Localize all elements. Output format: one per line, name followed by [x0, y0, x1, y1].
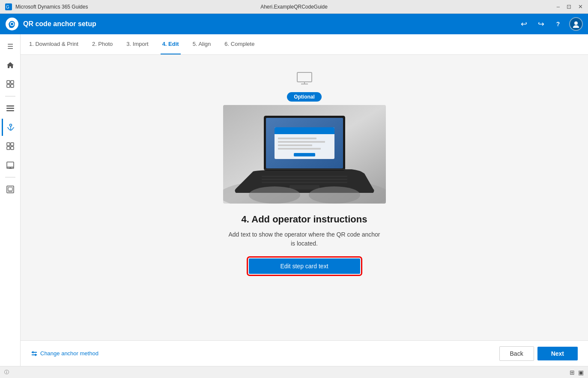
app-header-left: QR code anchor setup [5, 17, 96, 31]
step-5[interactable]: 5. Align [191, 34, 213, 54]
step-2[interactable]: 2. Photo [90, 34, 114, 54]
svg-rect-29 [297, 72, 312, 82]
sidebar-item-media[interactable] [2, 156, 19, 174]
change-anchor-label: Change anchor method [40, 350, 98, 357]
svg-rect-45 [278, 148, 321, 150]
help-icon: ? [556, 21, 560, 27]
svg-rect-35 [262, 179, 347, 180]
close-button[interactable]: ✕ [578, 4, 583, 9]
svg-text:G: G [6, 5, 9, 9]
sidebar-item-grid[interactable] [2, 138, 19, 155]
title-bar-app-name: Microsoft Dynamics 365 Guides [15, 4, 88, 10]
svg-rect-9 [7, 84, 10, 87]
sidebar-item-outline[interactable] [2, 75, 19, 93]
monitor-icon-wrap [297, 72, 312, 89]
step-4[interactable]: 4. Edit [161, 34, 181, 54]
svg-rect-8 [11, 81, 14, 84]
sidebar-item-menu[interactable]: ☰ [2, 38, 19, 55]
svg-rect-44 [278, 144, 312, 146]
sidebar-item-home[interactable] [2, 57, 19, 74]
step-3[interactable]: 3. Import [125, 34, 150, 54]
svg-point-48 [309, 186, 360, 204]
laptop-image [223, 105, 386, 204]
minimize-button[interactable]: – [557, 4, 560, 9]
svg-rect-7 [7, 81, 10, 84]
svg-rect-12 [6, 108, 14, 109]
info-icon[interactable]: ⓘ [4, 369, 9, 375]
step-1[interactable]: 1. Download & Print [27, 34, 80, 54]
sidebar-item-list[interactable] [2, 100, 19, 117]
svg-rect-21 [11, 147, 14, 150]
laptop-svg [223, 105, 386, 204]
app-title: QR code anchor setup [23, 20, 96, 28]
title-bar-left: G Microsoft Dynamics 365 Guides [5, 3, 88, 10]
svg-point-5 [574, 21, 578, 25]
sidebar-item-library[interactable] [2, 181, 19, 198]
status-bar-left: ⓘ [4, 369, 9, 375]
home-icon [6, 61, 14, 69]
svg-rect-46 [294, 153, 315, 156]
optional-badge: Optional [287, 92, 322, 102]
media-icon [6, 161, 14, 169]
svg-rect-27 [8, 187, 12, 191]
main-content: Optional [21, 55, 588, 340]
next-button[interactable]: Next [537, 347, 578, 360]
monitor-icon [297, 72, 312, 86]
grid-icon [6, 142, 14, 150]
sidebar-divider-2 [5, 177, 15, 177]
status-bar-right: ⊞ ▣ [570, 369, 584, 376]
svg-point-14 [10, 124, 12, 126]
anchor-icon [7, 123, 15, 131]
help-button[interactable]: ? [552, 18, 564, 30]
footer-nav: Back Next [499, 346, 578, 361]
edit-step-card-button[interactable]: Edit step card text [249, 258, 360, 274]
list-view-icon[interactable]: ▣ [578, 369, 584, 376]
svg-rect-41 [275, 131, 334, 134]
step-description: Add text to show the operator where the … [227, 230, 382, 248]
title-bar-document-name: Aheri.ExampleQRCodeGuide [260, 4, 328, 10]
step-title: 4. Add operator instructions [242, 214, 367, 225]
restore-button[interactable]: ⊡ [567, 4, 571, 9]
svg-rect-13 [6, 110, 14, 111]
change-anchor-icon [31, 351, 38, 357]
svg-rect-10 [11, 84, 14, 87]
title-bar: G Microsoft Dynamics 365 Guides Aheri.Ex… [0, 0, 588, 14]
list-icon [6, 105, 14, 111]
svg-rect-36 [262, 182, 347, 183]
app-header-right: ↩ ↩ ? [518, 17, 583, 31]
menu-icon: ☰ [7, 42, 13, 51]
library-icon [6, 186, 14, 193]
svg-rect-34 [262, 176, 347, 177]
svg-rect-42 [278, 138, 316, 139]
content-area: 1. Download & Print 2. Photo 3. Import 4… [21, 34, 588, 366]
change-anchor-method-button[interactable]: Change anchor method [31, 350, 98, 357]
redo-button[interactable]: ↩ [535, 18, 547, 30]
status-bar: ⓘ ⊞ ▣ [0, 366, 588, 378]
svg-rect-37 [290, 185, 319, 189]
sidebar: ☰ [0, 34, 21, 366]
steps-nav: 1. Download & Print 2. Photo 3. Import 4… [21, 34, 588, 55]
main-layout: ☰ [0, 34, 588, 366]
back-button[interactable]: Back [499, 346, 534, 361]
svg-rect-20 [7, 147, 10, 150]
svg-rect-43 [278, 141, 325, 143]
step-6[interactable]: 6. Complete [223, 34, 256, 54]
footer: Change anchor method Back Next [21, 340, 588, 366]
svg-rect-22 [7, 162, 14, 167]
undo-button[interactable]: ↩ [518, 18, 530, 30]
svg-point-6 [573, 25, 579, 28]
outline-icon [6, 80, 14, 88]
sidebar-item-anchor[interactable] [2, 119, 19, 136]
svg-rect-18 [7, 143, 10, 146]
svg-rect-19 [11, 143, 14, 146]
grid-view-icon[interactable]: ⊞ [570, 369, 575, 376]
app-header: QR code anchor setup ↩ ↩ ? [0, 14, 588, 34]
svg-rect-11 [6, 105, 14, 107]
title-bar-controls: – ⊡ ✕ [557, 4, 583, 9]
user-avatar[interactable] [569, 17, 583, 31]
sidebar-divider-1 [5, 96, 15, 96]
avatar-icon [572, 20, 580, 28]
app-logo [5, 17, 19, 31]
svg-point-4 [11, 23, 13, 25]
svg-point-47 [249, 186, 300, 204]
